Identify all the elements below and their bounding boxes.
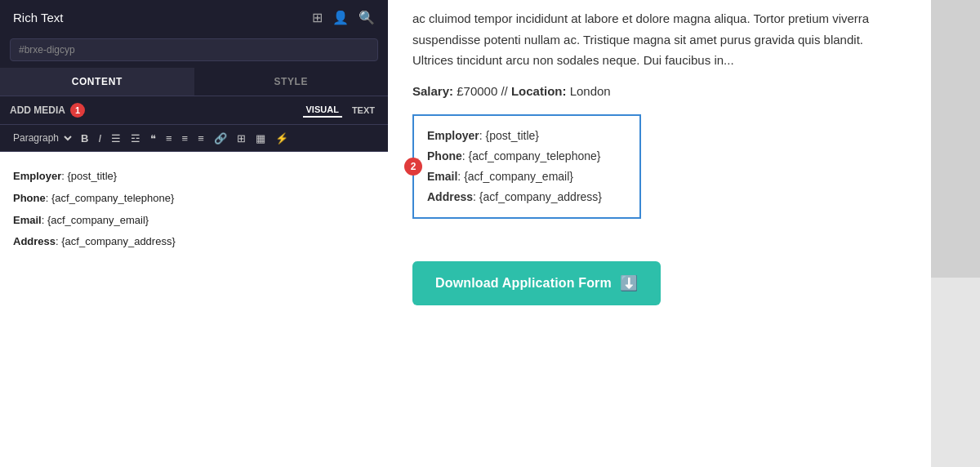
box-employer-value: : {post_title} [479, 129, 539, 142]
unordered-list-button[interactable]: ☰ [108, 131, 124, 146]
lightning-button[interactable]: ⚡ [272, 131, 292, 146]
box-employer-line: Employer: {post_title} [427, 126, 626, 146]
employer-box: 2 Employer: {post_title} Phone: {acf_com… [412, 114, 641, 220]
editor-line-employer: Employer: {post_title} [13, 168, 375, 185]
preview-body-text: ac cluimod tempor incididunt at labore e… [412, 8, 906, 71]
editor-line-phone: Phone: {acf_company_telephone} [13, 190, 375, 207]
download-icon: ⬇️ [620, 274, 638, 292]
box-email-label: Email [427, 170, 457, 183]
toolbar-row: ADD MEDIA 1 VISUAL TEXT [0, 96, 388, 125]
add-media-button[interactable]: ADD MEDIA 1 [10, 103, 85, 118]
ordered-list-button[interactable]: ☲ [127, 131, 144, 146]
download-button[interactable]: Download Application Form ⬇️ [412, 261, 661, 305]
paragraph-select[interactable]: Paragraph [8, 130, 74, 146]
address-label: Address [13, 235, 56, 247]
email-value: : {acf_company_email} [42, 214, 149, 226]
step-badge-2: 2 [404, 158, 422, 176]
box-phone-value: : {acf_company_telephone} [462, 149, 601, 162]
salary-line: Salary: £70000 // Location: London [412, 84, 906, 98]
phone-value: : {acf_company_telephone} [46, 192, 175, 204]
italic-button[interactable]: I [95, 131, 105, 146]
tabs-row: CONTENT STYLE [0, 68, 388, 96]
phone-label: Phone [13, 192, 46, 204]
align-left-button[interactable]: ≡ [163, 131, 176, 146]
location-label: Location: [511, 84, 567, 98]
media-button[interactable]: ▦ [252, 131, 269, 146]
table-button[interactable]: ⊞ [234, 131, 249, 146]
editor-line-email: Email: {acf_company_email} [13, 212, 375, 229]
box-phone-label: Phone [427, 149, 462, 162]
text-button[interactable]: TEXT [349, 103, 378, 118]
right-panel: ac cluimod tempor incididunt at labore e… [388, 0, 931, 467]
panel-header: Rich Text ⊞ 👤 🔍 [0, 0, 388, 35]
bold-button[interactable]: B [78, 131, 91, 146]
person-icon[interactable]: 👤 [332, 10, 349, 25]
box-employer-label: Employer [427, 129, 479, 142]
add-media-badge: 1 [70, 103, 85, 118]
add-media-label: ADD MEDIA [10, 105, 65, 116]
box-address-value: : {acf_company_address} [473, 190, 602, 203]
far-right-decoration [931, 0, 980, 467]
editor-content[interactable]: Employer: {post_title} Phone: {acf_compa… [0, 152, 388, 467]
grid-icon[interactable]: ⊞ [312, 10, 323, 25]
email-label: Email [13, 214, 42, 226]
align-center-button[interactable]: ≡ [179, 131, 192, 146]
panel-header-icons: ⊞ 👤 🔍 [312, 10, 375, 25]
far-right-top [931, 0, 980, 278]
box-address-label: Address [427, 190, 473, 203]
box-phone-line: Phone: {acf_company_telephone} [427, 146, 626, 167]
visual-button[interactable]: VISUAL [303, 103, 342, 118]
editor-line-address: Address: {acf_company_address} [13, 234, 375, 251]
salary-value: £70000 // [457, 84, 511, 98]
visual-text-toggle: VISUAL TEXT [303, 103, 378, 118]
panel-title: Rich Text [13, 11, 63, 24]
left-panel: Rich Text ⊞ 👤 🔍 #brxe-digcyp CONTENT STY… [0, 0, 388, 467]
download-button-label: Download Application Form [435, 276, 612, 291]
box-address-line: Address: {acf_company_address} [427, 187, 626, 207]
blockquote-button[interactable]: ❝ [147, 131, 159, 146]
employer-value: : {post_title} [61, 170, 117, 182]
search-icon[interactable]: 🔍 [359, 10, 375, 25]
format-toolbar: Paragraph B I ☰ ☲ ❝ ≡ ≡ ≡ 🔗 ⊞ ▦ ⚡ [0, 125, 388, 152]
align-right-button[interactable]: ≡ [194, 131, 207, 146]
salary-label: Salary: [412, 84, 453, 98]
employer-label: Employer [13, 170, 61, 182]
address-value: : {acf_company_address} [56, 235, 176, 247]
box-email-line: Email: {acf_company_email} [427, 167, 626, 187]
box-email-value: : {acf_company_email} [457, 170, 573, 183]
link-button[interactable]: 🔗 [211, 131, 230, 146]
tab-style[interactable]: STYLE [194, 68, 389, 96]
far-right-bottom [931, 278, 980, 467]
location-value: London [570, 84, 611, 98]
tab-content[interactable]: CONTENT [0, 68, 194, 96]
id-field[interactable]: #brxe-digcyp [10, 38, 378, 61]
